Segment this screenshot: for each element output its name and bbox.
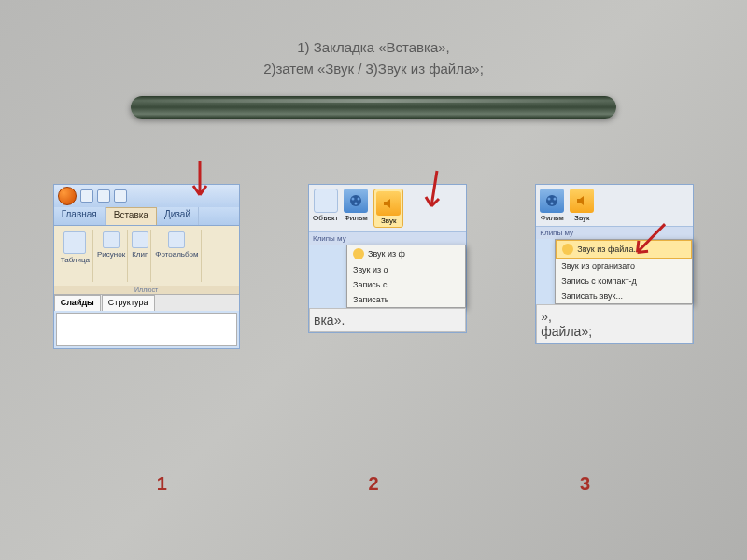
group-caption-illustrations: Иллюст [54,286,239,294]
object-button[interactable]: Объект [313,189,338,222]
menu-sound-from-organizer[interactable]: Звук из организато [556,259,692,273]
svg-point-5 [548,198,551,201]
step-number-1: 1 [157,473,167,495]
film-icon [540,189,564,213]
red-arrow-icon [420,169,448,216]
screenshots-row: Главная Вставка Дизай Таблица Рисунок Кл… [0,184,747,349]
red-arrow-icon [186,160,214,206]
sound-dropdown-menu: Звук из файла... Звук из организато Запи… [555,239,693,304]
menu-record-from-cd[interactable]: Запись с [347,277,465,292]
sound-dropdown-menu: Звук из ф Звук из о Запись с Записать [346,245,466,308]
media-ribbon-group: Фильм Звук [536,185,693,226]
sound-button[interactable]: Звук [374,189,403,228]
step-numbers: 1 2 3 [0,473,747,495]
film-button[interactable]: Фильм [540,189,564,222]
group-photoalbum[interactable]: Фотоальбом [153,230,201,282]
menu-record-sound[interactable]: Записать [347,292,465,307]
screenshot-3: Фильм Звук Клипы му Звук из файла... Зву… [535,184,694,349]
sound-button[interactable]: Звук [570,189,594,222]
background-text: вка». [309,308,466,332]
panel-tab-structure[interactable]: Структура [102,295,155,311]
menu-sound-from-file[interactable]: Звук из файла... [556,240,692,259]
film-button[interactable]: Фильм [344,189,368,222]
svg-point-3 [355,203,358,205]
undo-icon[interactable] [97,189,110,203]
film-icon [344,189,368,213]
group-picture[interactable]: Рисунок [95,230,128,282]
screenshot-1: Главная Вставка Дизай Таблица Рисунок Кл… [53,184,240,349]
speaker-icon [376,191,401,216]
svg-point-2 [358,198,360,201]
ribbon-content: Таблица Рисунок Клип Фотоальбом [54,226,239,286]
speaker-small-icon [562,244,573,255]
object-icon [314,189,338,213]
media-caption: Клипы му [309,231,466,245]
background-text: », файла»; [536,304,693,343]
ribbon-tabs: Главная Вставка Дизай [54,207,239,226]
slide-title: 1) Закладка «Вставка», 2)затем «Звук / 3… [0,0,747,79]
clip-icon [132,231,148,248]
step-number-2: 2 [368,473,378,495]
svg-point-1 [352,198,355,201]
group-clip[interactable]: Клип [130,230,151,282]
table-icon [63,231,86,254]
tab-design[interactable]: Дизай [157,207,199,225]
tab-home[interactable]: Главная [54,207,106,225]
svg-point-7 [551,203,554,205]
group-table[interactable]: Таблица [58,230,93,282]
sound-file-menu-area: Фильм Звук Клипы му Звук из файла... Зву… [535,184,694,344]
photoalbum-icon [168,231,185,248]
picture-icon [103,231,120,248]
office-button-icon[interactable] [58,187,77,205]
menu-record-from-cd[interactable]: Запись с компакт-д [556,273,692,288]
svg-point-6 [554,198,557,201]
title-line-1: 1) Закладка «Вставка», [0,37,747,59]
menu-sound-from-organizer[interactable]: Звук из о [347,262,465,277]
tab-insert[interactable]: Вставка [106,207,157,225]
decorative-divider [131,96,616,119]
panel-tab-slides[interactable]: Слайды [54,295,101,311]
title-line-2: 2)затем «Звук / 3)Звук из файла»; [0,59,747,80]
speaker-small-icon [353,248,364,259]
speaker-icon [570,189,594,213]
panel-tabs: Слайды Структура [54,294,239,311]
menu-sound-from-file[interactable]: Звук из ф [347,245,465,262]
step-number-3: 3 [580,473,590,495]
save-icon[interactable] [80,189,93,203]
slide-thumbnail[interactable] [56,313,237,346]
screenshot-2: Объект Фильм Звук Клипы му [308,184,467,349]
menu-record-sound[interactable]: Записать звук... [556,288,692,303]
powerpoint-window: Главная Вставка Дизай Таблица Рисунок Кл… [53,184,240,349]
redo-icon[interactable] [114,189,127,203]
